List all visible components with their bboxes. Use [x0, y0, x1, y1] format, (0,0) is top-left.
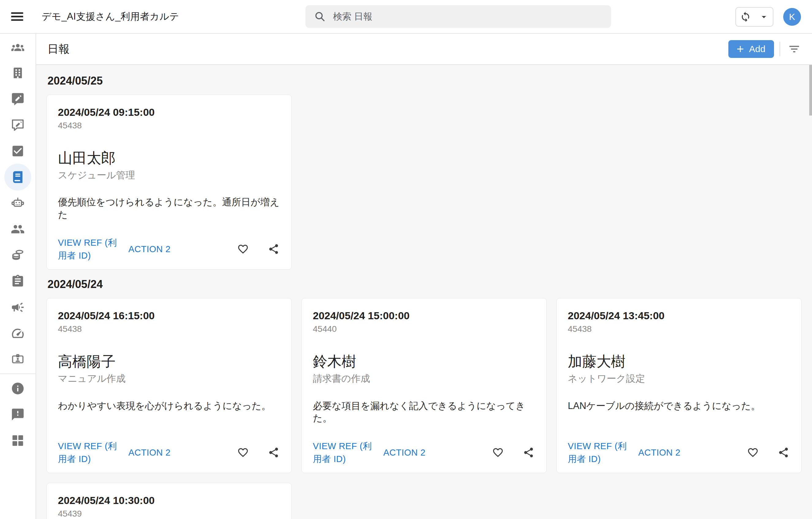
page-title: 日報	[48, 42, 69, 57]
filter-icon	[788, 42, 801, 55]
card-timestamp: 2024/05/24 09:15:00	[58, 106, 280, 119]
heart-icon	[237, 243, 249, 255]
action-2-link[interactable]: ACTION 2	[128, 243, 171, 256]
sidebar-item-building[interactable]	[0, 60, 36, 86]
card-person-name: 高橋陽子	[58, 353, 280, 370]
card-task: ネットワーク設定	[568, 373, 790, 384]
date-section: 2024/05/24 2024/05/24 16:15:00 45438 高橋陽…	[47, 278, 806, 519]
share-icon	[268, 243, 280, 255]
info-icon	[11, 381, 25, 396]
action-2-link[interactable]: ACTION 2	[383, 446, 426, 459]
refresh-dropdown-button[interactable]	[755, 8, 773, 26]
vertical-scrollbar[interactable]	[809, 65, 812, 116]
card-record-id: 45438	[58, 120, 280, 131]
view-ref-link[interactable]: VIEW REF (利用者 ID)	[313, 440, 374, 465]
card-task: マニュアル作成	[58, 373, 280, 384]
favorite-button[interactable]	[236, 242, 250, 256]
megaphone-icon	[11, 300, 25, 314]
sidebar-item-info[interactable]	[0, 375, 36, 401]
card-person-name: 加藤大樹	[568, 353, 790, 370]
card-actions: VIEW REF (利用者 ID) ACTION 2	[568, 440, 790, 465]
topbar-actions: K	[735, 0, 801, 34]
card-task: スケジュール管理	[58, 169, 280, 181]
comment-edit-filled-icon	[11, 92, 25, 106]
book-icon	[11, 170, 25, 184]
check-square-icon	[11, 144, 25, 158]
card-record-id: 45438	[568, 324, 790, 334]
menu-button[interactable]	[6, 5, 28, 28]
card-record-id: 45438	[58, 324, 280, 334]
sidebar-item-clipboard[interactable]	[0, 268, 36, 294]
groups-icon	[11, 40, 25, 54]
view-ref-link[interactable]: VIEW REF (利用者 ID)	[568, 440, 629, 465]
card-actions: VIEW REF (利用者 ID) ACTION 2	[313, 440, 535, 465]
sidebar-item-id-badge[interactable]	[0, 346, 36, 372]
search-input[interactable]	[333, 11, 602, 22]
date-heading: 2024/05/25	[48, 74, 806, 87]
view-ref-link[interactable]: VIEW REF (利用者 ID)	[58, 440, 119, 465]
date-section: 2024/05/25 2024/05/24 09:15:00 45438 山田太…	[47, 74, 806, 269]
add-button[interactable]: Add	[728, 40, 774, 58]
sidebar-item-groups[interactable]	[0, 34, 36, 60]
favorite-button[interactable]	[236, 446, 250, 459]
people-icon	[11, 222, 25, 236]
comment-edit-outline-icon	[11, 118, 25, 132]
card-timestamp: 2024/05/24 15:00:00	[313, 310, 535, 322]
report-card[interactable]: 2024/05/24 10:30:00 45439 佐藤花子 VIEW REF …	[47, 483, 292, 519]
card-person-name: 鈴木樹	[313, 353, 535, 370]
sidebar-item-robot[interactable]	[0, 190, 36, 216]
report-card[interactable]: 2024/05/24 13:45:00 45438 加藤大樹 ネットワーク設定 …	[556, 298, 802, 473]
user-avatar[interactable]: K	[783, 8, 801, 26]
share-icon	[523, 447, 534, 458]
sidebar-item-comment-edit-outline[interactable]	[0, 112, 36, 138]
clipboard-icon	[11, 274, 25, 288]
sidebar-item-apps[interactable]	[0, 427, 36, 454]
card-note: LANケーブルの接続ができるようになった。	[568, 400, 790, 412]
app-title: デモ_AI支援さん_利用者カルテ	[42, 10, 179, 23]
share-button[interactable]	[522, 446, 535, 459]
top-app-bar: デモ_AI支援さん_利用者カルテ K	[0, 0, 812, 34]
sidebar-item-feedback[interactable]	[0, 401, 36, 427]
share-button[interactable]	[777, 446, 790, 459]
sidebar-item-database[interactable]	[0, 242, 36, 268]
report-card[interactable]: 2024/05/24 09:15:00 45438 山田太郎 スケジュール管理 …	[47, 95, 292, 269]
sidebar-item-megaphone[interactable]	[0, 294, 36, 320]
card-actions: VIEW REF (利用者 ID) ACTION 2	[58, 236, 280, 262]
hamburger-icon	[9, 8, 25, 25]
plus-icon	[735, 44, 746, 54]
search-box[interactable]	[306, 5, 611, 28]
card-note: 必要な項目を漏れなく記入できるようになってきた。	[313, 400, 535, 425]
action-2-link[interactable]: ACTION 2	[638, 446, 680, 459]
favorite-button[interactable]	[746, 446, 760, 459]
card-note: わかりやすい表現を心がけられるようになった。	[58, 400, 280, 412]
speedometer-icon	[11, 326, 25, 340]
page-header: 日報 Add	[36, 34, 812, 65]
refresh-split-button	[735, 7, 774, 27]
sidebar-item-speedometer[interactable]	[0, 320, 36, 346]
sidebar-item-people[interactable]	[0, 216, 36, 242]
share-button[interactable]	[267, 446, 280, 459]
building-icon	[11, 66, 25, 80]
share-button[interactable]	[267, 242, 280, 256]
sidebar-item-daily-report[interactable]	[0, 164, 36, 190]
report-card[interactable]: 2024/05/24 16:15:00 45438 高橋陽子 マニュアル作成 わ…	[47, 298, 292, 473]
database-icon	[11, 248, 25, 262]
action-2-link[interactable]: ACTION 2	[128, 446, 171, 459]
header-divider	[780, 42, 780, 56]
add-button-label: Add	[749, 44, 765, 54]
caret-down-icon	[759, 12, 769, 22]
report-card[interactable]: 2024/05/24 15:00:00 45440 鈴木樹 請求書の作成 必要な…	[301, 298, 547, 473]
sync-button[interactable]	[736, 8, 755, 26]
robot-icon	[11, 196, 25, 210]
feedback-icon	[11, 407, 25, 422]
filter-button[interactable]	[786, 40, 803, 58]
sync-icon	[740, 11, 751, 22]
share-icon	[268, 447, 280, 458]
card-actions: VIEW REF (利用者 ID) ACTION 2	[58, 440, 280, 465]
card-person-name: 山田太郎	[58, 150, 280, 166]
sidebar-item-check-square[interactable]	[0, 138, 36, 164]
favorite-button[interactable]	[491, 446, 505, 459]
app-window: デモ_AI支援さん_利用者カルテ K	[0, 0, 812, 519]
sidebar-item-comment-edit[interactable]	[0, 86, 36, 112]
view-ref-link[interactable]: VIEW REF (利用者 ID)	[58, 236, 119, 262]
